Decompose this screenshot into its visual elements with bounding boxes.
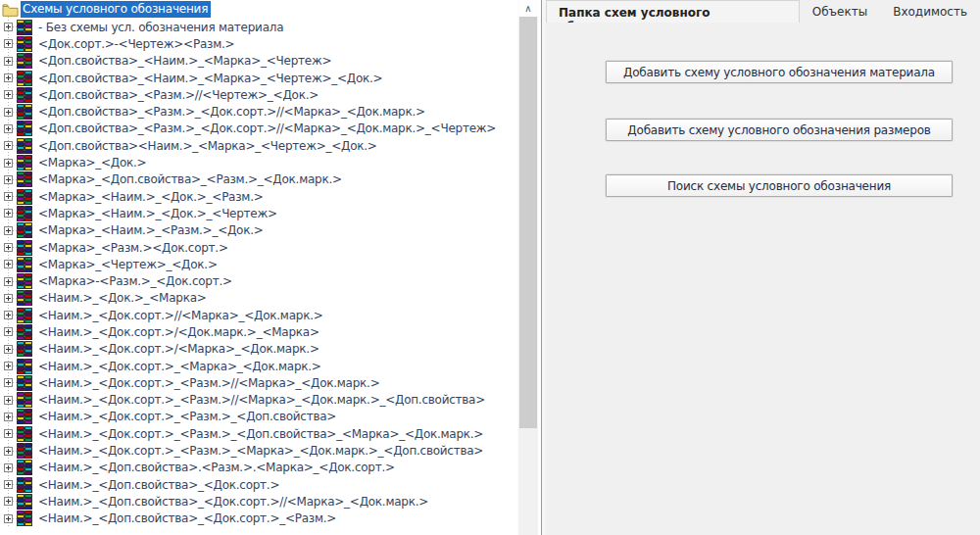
- tree-item[interactable]: <Наим.>_<Доп.свойства>_<Док.сорт.>_<Разм…: [0, 511, 517, 527]
- expand-plus-icon[interactable]: [4, 260, 13, 268]
- tree-item[interactable]: <Наим.>_<Док.>_<Марка>: [0, 290, 517, 307]
- expand-plus-icon[interactable]: [4, 175, 13, 184]
- tree-item-label: <Доп.свойства>_<Наим.>_<Марка>_<Чертеж>: [38, 54, 331, 68]
- tree-item[interactable]: <Марка>_<Док.>: [0, 154, 517, 170]
- tree-item[interactable]: - Без схемы усл. обозначения материала: [0, 19, 517, 35]
- expand-plus-icon[interactable]: [4, 413, 13, 421]
- tree-item[interactable]: <Наим.>_<Док.сорт.>_<Разм.>_<Доп.свойств…: [0, 425, 517, 442]
- expand-plus-icon[interactable]: [4, 39, 13, 48]
- tree-item-label: <Доп.свойства>_<Наим.>_<Марка>_<Чертеж>_…: [38, 72, 382, 85]
- expand-plus-icon[interactable]: [4, 124, 13, 133]
- tree-item-label: <Наим.>_<Док.сорт.>/<Марка>_<Док.марк.>: [38, 342, 319, 356]
- tree-item[interactable]: <Наим.>_<Док.сорт.>_<Разм.>//<Марка>_<До…: [0, 374, 517, 391]
- material-scheme-icon: [17, 138, 32, 154]
- scrollbar-thumb[interactable]: [519, 17, 537, 428]
- tree-item-label: <Марка>_<Док.>: [38, 156, 146, 170]
- expand-plus-icon[interactable]: [4, 141, 13, 150]
- material-scheme-icon: [17, 222, 32, 238]
- tree-item[interactable]: <Наим.>_<Доп.свойства>_<Док.сорт.>//<Мар…: [0, 493, 517, 510]
- expand-plus-icon[interactable]: [4, 73, 13, 82]
- material-scheme-icon: [17, 511, 32, 526]
- material-scheme-icon: [17, 375, 32, 391]
- tree-item[interactable]: <Наим.>_<Док.сорт.>_<Марка>_<Док.марк.>: [0, 358, 517, 374]
- material-scheme-icon: [17, 494, 32, 510]
- expand-plus-icon[interactable]: [4, 209, 13, 218]
- material-scheme-icon: [17, 341, 32, 357]
- tree-item[interactable]: <Доп.свойства>_<Разм.>//<Чертеж>_<Док.>: [0, 86, 517, 103]
- expand-plus-icon[interactable]: [4, 447, 13, 456]
- tree-item[interactable]: <Доп.свойства><Наим.>_<Марка>_<Чертеж>_<…: [0, 137, 517, 154]
- tree-item[interactable]: <Марка>_<Наим.>_<Разм.>_<Док.>: [0, 222, 517, 239]
- tree-item[interactable]: <Доп.свойства>_<Наим.>_<Марка>_<Чертеж>: [0, 53, 517, 70]
- tree-item-label: <Док.сорт.>-<Чертеж><Разм.>: [38, 37, 234, 51]
- tree-item-label: <Доп.свойства><Наим.>_<Марка>_<Чертеж>_<…: [38, 139, 377, 153]
- tree-item[interactable]: <Наим.>_<Док.сорт.>//<Марка>_<Док.марк.>: [0, 307, 517, 323]
- tab-usage[interactable]: Входимость: [880, 0, 980, 23]
- material-scheme-icon: [17, 308, 32, 323]
- tree-item[interactable]: <Наим.>_<Доп.свойства>.<Разм.>.<Марка>_<…: [0, 460, 517, 476]
- tree-root-item[interactable]: Схемы условного обозначения: [0, 1, 211, 18]
- tree-item-label: <Наим.>_<Док.сорт.>_<Разм.>_<Доп.свойств…: [38, 427, 483, 441]
- tree-item-label: <Марка>_<Наим.>_<Док.>_<Разм.>: [38, 190, 264, 204]
- expand-plus-icon[interactable]: [4, 90, 13, 99]
- expand-plus-icon[interactable]: [4, 378, 13, 387]
- expand-plus-icon[interactable]: [4, 345, 13, 354]
- tree-item[interactable]: <Доп.свойства>_<Разм.>_<Док.сорт.>//<Мар…: [0, 103, 517, 120]
- expand-plus-icon[interactable]: [4, 396, 13, 405]
- tree-item-label: - Без схемы усл. обозначения материала: [38, 21, 283, 34]
- expand-plus-icon[interactable]: [4, 192, 13, 201]
- tree-scrollbar[interactable]: ∧: [517, 0, 538, 535]
- scheme-tree-pane: Схемы условного обозначения - Без схемы …: [0, 0, 517, 535]
- tree-item[interactable]: <Марка>-<Разм.>_<Док.сорт.>: [0, 272, 517, 289]
- expand-plus-icon[interactable]: [4, 497, 13, 506]
- material-scheme-icon: [17, 36, 32, 52]
- add-material-scheme-button[interactable]: Добавить схему условного обозначения мат…: [606, 61, 953, 83]
- tree-item[interactable]: <Доп.свойства>_<Наим.>_<Марка>_<Чертеж>_…: [0, 70, 517, 86]
- expand-plus-icon[interactable]: [4, 463, 13, 472]
- tree-item[interactable]: <Марка>_<Наим.>_<Док.>_<Разм.>: [0, 188, 517, 205]
- tree-item[interactable]: <Наим.>_<Док.сорт.>/<Док.марк.>_<Марка>: [0, 323, 517, 340]
- expand-plus-icon[interactable]: [4, 294, 13, 303]
- tree-item-label: <Наим.>_<Док.сорт.>//<Марка>_<Док.марк.>: [38, 309, 323, 322]
- tree-item[interactable]: <Доп.свойства>_<Разм.>_<Док.сорт.>//<Мар…: [0, 121, 517, 137]
- expand-plus-icon[interactable]: [4, 429, 13, 438]
- material-scheme-icon: [17, 460, 32, 475]
- tree-item[interactable]: <Наим.>_<Док.сорт.>_<Разм.>//<Марка>_<До…: [0, 392, 517, 409]
- tree-item[interactable]: <Марка>_<Доп.свойства>_<Разм.>_<Док.марк…: [0, 171, 517, 188]
- tab-objects[interactable]: Объекты: [800, 0, 880, 23]
- material-scheme-icon: [17, 477, 32, 493]
- tree-item[interactable]: <Док.сорт.>-<Чертеж><Разм.>: [0, 35, 517, 52]
- expand-plus-icon[interactable]: [4, 311, 13, 319]
- material-scheme-icon: [17, 121, 32, 136]
- expand-plus-icon[interactable]: [4, 226, 13, 235]
- expand-plus-icon[interactable]: [4, 514, 13, 523]
- expand-plus-icon[interactable]: [4, 159, 13, 168]
- tab-scheme-folder[interactable]: Папка схем условного обозначения: [546, 0, 800, 24]
- expand-plus-icon[interactable]: [4, 277, 13, 286]
- material-scheme-icon: [17, 324, 32, 340]
- app-window: Схемы условного обозначения - Без схемы …: [0, 0, 980, 535]
- add-size-scheme-button[interactable]: Добавить схему условного обозначения раз…: [606, 119, 953, 141]
- expand-plus-icon[interactable]: [4, 362, 13, 370]
- expand-plus-icon[interactable]: [4, 243, 13, 252]
- expand-plus-icon[interactable]: [4, 327, 13, 336]
- expand-plus-icon[interactable]: [4, 23, 13, 31]
- tree-item[interactable]: <Марка>_<Наим.>_<Док.>_<Чертеж>: [0, 205, 517, 221]
- tree-item[interactable]: <Марка>_<Разм.><Док.сорт.>: [0, 239, 517, 256]
- expand-plus-icon[interactable]: [4, 57, 13, 66]
- tree-item[interactable]: <Наим.>_<Док.сорт.>_<Разм.>_<Марка>_<Док…: [0, 442, 517, 459]
- search-scheme-button[interactable]: Поиск схемы условного обозначения: [606, 174, 953, 197]
- tree-item[interactable]: <Наим.>_<Доп.свойства>_<Док.сорт.>: [0, 476, 517, 493]
- tree-item[interactable]: <Наим.>_<Док.сорт.>/<Марка>_<Док.марк.>: [0, 341, 517, 358]
- tree-item-label: <Наим.>_<Док.сорт.>_<Разм.>//<Марка>_<До…: [38, 376, 379, 390]
- expand-plus-icon[interactable]: [4, 480, 13, 489]
- tree-item-label: <Наим.>_<Док.сорт.>/<Док.марк.>_<Марка>: [38, 325, 319, 339]
- expand-plus-icon[interactable]: [4, 108, 13, 117]
- material-scheme-icon: [17, 104, 32, 120]
- material-scheme-icon: [17, 189, 32, 205]
- tree-item-label: <Наим.>_<Док.сорт.>_<Разм.>_<Марка>_<Док…: [38, 444, 483, 458]
- scrollbar-up-icon[interactable]: ∧: [518, 0, 538, 17]
- tree-item[interactable]: <Наим.>_<Док.сорт.>_<Разм.>_<Доп.свойств…: [0, 409, 517, 425]
- tree-item[interactable]: <Марка>_<Чертеж>_<Док.>: [0, 256, 517, 272]
- material-scheme-icon: [17, 71, 32, 86]
